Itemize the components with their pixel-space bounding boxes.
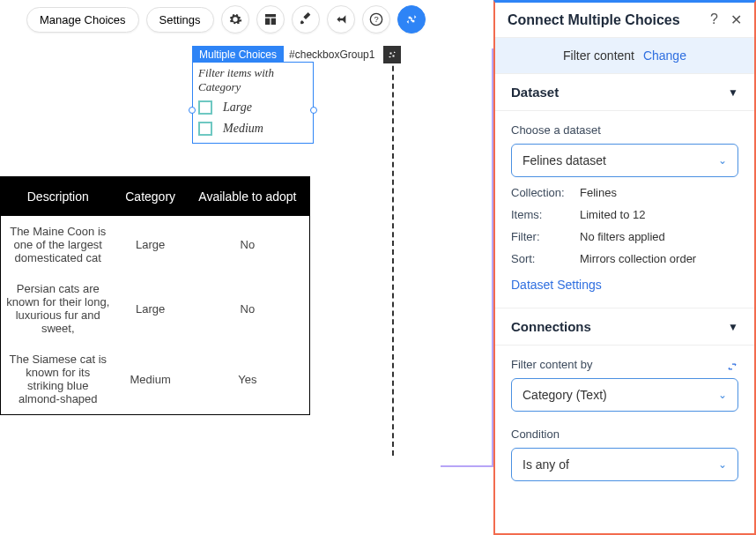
layout-icon[interactable] bbox=[256, 5, 285, 33]
table-row: The Siamese cat is known for its strikin… bbox=[1, 344, 310, 415]
chevron-down-icon: ▼ bbox=[728, 86, 738, 99]
change-link[interactable]: Change bbox=[643, 48, 686, 63]
editor-canvas: Manage Choices Settings ? Multiple Choic… bbox=[0, 0, 493, 535]
brush-icon[interactable] bbox=[292, 5, 320, 33]
table-header: Available to adopt bbox=[186, 177, 310, 217]
dataset-select-value: Felines dataset bbox=[523, 153, 606, 167]
cell-description: The Siamese cat is known for its strikin… bbox=[1, 344, 115, 415]
filter-strip: Filter content Change bbox=[495, 38, 754, 73]
condition-value: Is any of bbox=[523, 457, 569, 472]
choose-dataset-label: Choose a dataset bbox=[511, 123, 738, 137]
guide-line bbox=[392, 48, 394, 456]
close-icon[interactable]: ✕ bbox=[730, 11, 742, 28]
kv-value: Felines bbox=[580, 186, 617, 199]
resize-handle-right[interactable] bbox=[310, 107, 317, 114]
dataset-section-body: Choose a dataset Felines dataset ⌄ Colle… bbox=[495, 111, 754, 308]
connect-data-icon[interactable] bbox=[397, 5, 426, 33]
chevron-down-icon: ⌄ bbox=[718, 389, 727, 401]
manage-choices-button[interactable]: Manage Choices bbox=[26, 7, 139, 33]
checkbox-option[interactable]: Large bbox=[198, 100, 308, 115]
panel-title: Connect Multiple Choices bbox=[508, 12, 680, 28]
help-icon[interactable]: ? bbox=[362, 5, 390, 33]
kv-key: Filter: bbox=[511, 230, 580, 243]
kv-value: Mirrors collection order bbox=[580, 252, 696, 265]
data-table: Description Category Available to adopt … bbox=[0, 176, 310, 415]
section-title: Dataset bbox=[511, 85, 559, 100]
table-header: Description bbox=[1, 177, 115, 217]
cell-available: Yes bbox=[186, 344, 310, 415]
element-id: #checkboxGroup1 bbox=[284, 46, 380, 63]
checkbox-icon[interactable] bbox=[198, 100, 212, 115]
connections-section-body: Filter content by Category (Text) ⌄ Cond… bbox=[495, 346, 754, 497]
table-header: Category bbox=[115, 177, 186, 217]
cell-description: Persian cats are known for their long, l… bbox=[1, 273, 115, 344]
gear-icon[interactable] bbox=[221, 5, 249, 33]
checkbox-group-title: Filter items with Category bbox=[198, 66, 308, 93]
checkbox-label: Large bbox=[223, 100, 252, 115]
filter-by-label: Filter content by bbox=[511, 358, 593, 371]
dataset-settings-link[interactable]: Dataset Settings bbox=[511, 278, 602, 292]
page-boundary bbox=[441, 48, 493, 467]
cell-category: Medium bbox=[115, 344, 186, 415]
cell-category: Large bbox=[115, 273, 186, 344]
svg-text:?: ? bbox=[374, 15, 378, 24]
kv-key: Items: bbox=[511, 208, 580, 221]
checkbox-label: Medium bbox=[223, 122, 263, 136]
settings-button[interactable]: Settings bbox=[146, 7, 214, 33]
connections-section-header[interactable]: Connections ▼ bbox=[495, 308, 754, 346]
cell-available: No bbox=[186, 273, 310, 344]
condition-select[interactable]: Is any of ⌄ bbox=[511, 448, 738, 481]
cell-available: No bbox=[186, 216, 310, 273]
filter-strip-label: Filter content bbox=[563, 48, 634, 63]
kv-value: Limited to 12 bbox=[580, 208, 645, 221]
chevron-down-icon: ▼ bbox=[728, 321, 738, 333]
table-row: Persian cats are known for their long, l… bbox=[1, 273, 310, 344]
svg-rect-2 bbox=[271, 19, 275, 25]
cell-description: The Maine Coon is one of the largest dom… bbox=[1, 216, 115, 273]
resize-handle-left[interactable] bbox=[189, 107, 196, 114]
element-toolbar: Manage Choices Settings ? bbox=[26, 5, 426, 33]
kv-key: Sort: bbox=[511, 252, 580, 265]
filter-by-select[interactable]: Category (Text) ⌄ bbox=[511, 378, 738, 412]
checkbox-option[interactable]: Medium bbox=[198, 122, 308, 136]
dataset-select[interactable]: Felines dataset ⌄ bbox=[511, 144, 738, 177]
panel-header: Connect Multiple Choices ? ✕ bbox=[495, 3, 754, 38]
chevron-down-icon: ⌄ bbox=[718, 458, 727, 471]
kv-key: Collection: bbox=[511, 186, 580, 199]
animation-icon[interactable] bbox=[327, 5, 355, 33]
cell-category: Large bbox=[115, 216, 186, 273]
svg-rect-0 bbox=[265, 14, 276, 17]
element-label: Multiple Choices #checkboxGroup1 bbox=[192, 46, 401, 63]
filter-by-value: Category (Text) bbox=[523, 388, 607, 402]
sync-icon[interactable] bbox=[726, 360, 738, 375]
checkbox-icon[interactable] bbox=[198, 122, 212, 136]
kv-value: No filters applied bbox=[580, 230, 665, 243]
table-row: The Maine Coon is one of the largest dom… bbox=[1, 216, 310, 273]
help-icon[interactable]: ? bbox=[710, 11, 718, 28]
checkbox-group-element[interactable]: Filter items with Category Large Medium bbox=[192, 62, 314, 144]
dataset-section-header[interactable]: Dataset ▼ bbox=[495, 73, 754, 111]
svg-rect-1 bbox=[265, 19, 270, 25]
section-title: Connections bbox=[511, 319, 591, 334]
element-type-tag: Multiple Choices bbox=[192, 46, 284, 63]
connect-panel: Connect Multiple Choices ? ✕ Filter cont… bbox=[493, 0, 756, 535]
condition-label: Condition bbox=[511, 427, 738, 441]
chevron-down-icon: ⌄ bbox=[718, 154, 727, 167]
